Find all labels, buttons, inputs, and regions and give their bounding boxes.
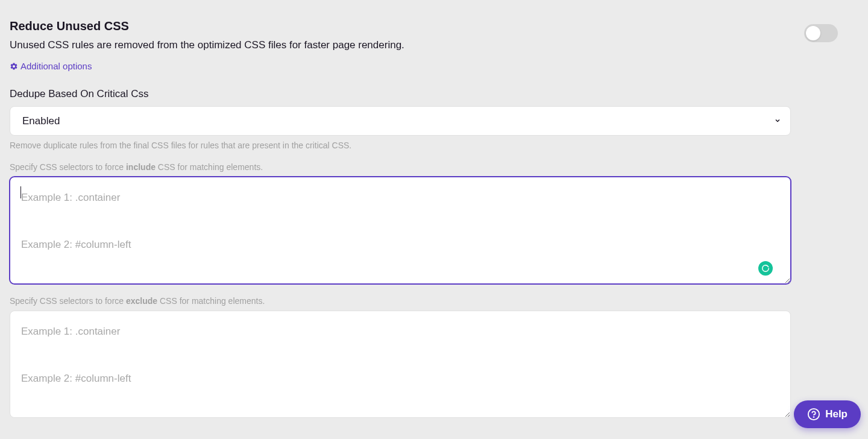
exclude-textarea-wrapper	[10, 311, 791, 420]
include-prompt: Specify CSS selectors to force include C…	[10, 162, 844, 172]
gear-icon	[10, 62, 18, 71]
dedupe-label: Dedupe Based On Critical Css	[10, 88, 844, 100]
settings-panel: Reduce Unused CSS Unused CSS rules are r…	[0, 0, 856, 439]
dedupe-helper: Remove duplicate rules from the final CS…	[10, 141, 844, 150]
section-title-block: Reduce Unused CSS Unused CSS rules are r…	[10, 19, 804, 88]
exclude-prompt: Specify CSS selectors to force exclude C…	[10, 296, 844, 306]
section-description: Unused CSS rules are removed from the op…	[10, 39, 804, 51]
include-textarea-wrapper	[10, 177, 791, 286]
dedupe-select-wrapper: Enabled	[10, 106, 791, 136]
toggle-knob	[806, 26, 820, 40]
svg-point-1	[814, 417, 814, 417]
section-title: Reduce Unused CSS	[10, 19, 804, 33]
additional-options-label: Additional options	[20, 61, 92, 71]
exclude-selectors-textarea[interactable]	[10, 311, 791, 418]
section-header-row: Reduce Unused CSS Unused CSS rules are r…	[10, 19, 844, 88]
grammarly-icon[interactable]	[758, 261, 773, 276]
include-selectors-textarea[interactable]	[10, 177, 791, 284]
reduce-unused-css-toggle[interactable]	[804, 24, 838, 42]
help-icon	[807, 408, 820, 421]
help-button[interactable]: Help	[794, 400, 861, 428]
dedupe-select[interactable]: Enabled	[10, 106, 791, 136]
text-cursor	[20, 186, 21, 198]
help-label: Help	[825, 408, 848, 420]
additional-options-link[interactable]: Additional options	[10, 61, 92, 71]
